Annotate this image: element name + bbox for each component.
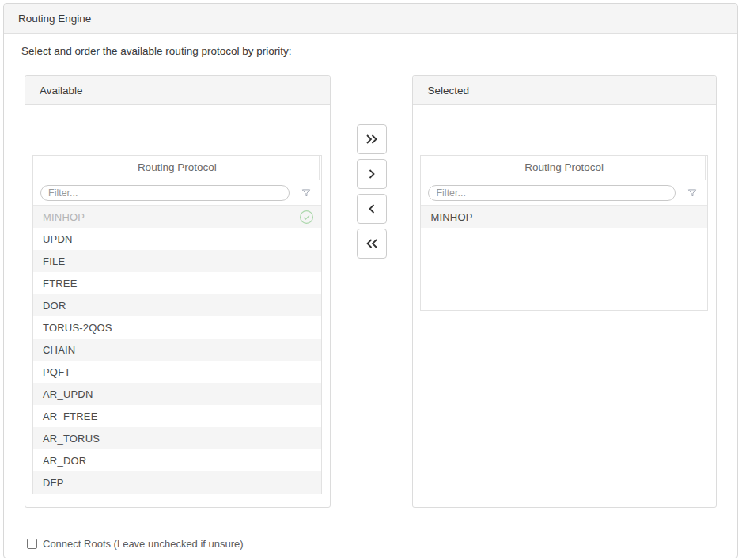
instructions-text: Select and order the available routing p… (21, 45, 737, 58)
selected-column-header-label: Routing Protocol (524, 161, 604, 173)
selected-list: MINHOP (421, 206, 707, 228)
list-item-label: MINHOP (430, 211, 700, 223)
selected-column-header[interactable]: Routing Protocol (421, 156, 707, 180)
list-item-label: PQFT (43, 366, 314, 378)
list-item[interactable]: DFP (33, 471, 321, 494)
move-all-right-button[interactable] (357, 124, 387, 154)
list-item-label: AR_UPDN (43, 388, 314, 400)
check-circle-icon (299, 210, 314, 225)
chevron-left-icon (365, 202, 378, 215)
selected-filter-row (421, 180, 707, 206)
card-title: Routing Engine (18, 13, 91, 25)
card-header: Routing Engine (4, 4, 737, 34)
list-item[interactable]: FILE (33, 250, 321, 272)
move-right-button[interactable] (357, 159, 387, 189)
list-item-label: CHAIN (43, 344, 314, 356)
selected-panel-header: Selected (413, 76, 716, 105)
list-item[interactable]: CHAIN (33, 339, 321, 361)
list-item-label: AR_DOR (43, 455, 314, 467)
list-item-label: MINHOP (43, 211, 299, 223)
list-item[interactable]: MINHOP (33, 206, 321, 228)
funnel-icon[interactable] (687, 187, 698, 199)
selected-table: Routing Protocol MINHOP (420, 155, 708, 311)
chevron-right-icon (365, 168, 378, 180)
connect-roots-checkbox[interactable] (27, 539, 37, 549)
available-panel-header: Available (25, 76, 330, 105)
list-item[interactable]: FTREE (33, 272, 321, 294)
list-item[interactable]: AR_FTREE (33, 405, 321, 427)
list-item[interactable]: UPDN (33, 228, 321, 250)
list-item-label: UPDN (43, 233, 314, 245)
selected-panel-title: Selected (427, 85, 469, 96)
list-item-label: AR_TORUS (43, 433, 314, 445)
list-item[interactable]: DOR (33, 294, 321, 316)
double-chevron-left-icon (364, 237, 380, 250)
move-left-button[interactable] (357, 194, 387, 224)
move-all-left-button[interactable] (357, 229, 387, 259)
list-item[interactable]: AR_UPDN (33, 383, 321, 405)
available-panel: Available Routing Protocol MINHOPUPDNFIL… (25, 75, 331, 508)
available-filter-input[interactable] (40, 185, 290, 201)
connect-roots-label: Connect Roots (Leave unchecked if unsure… (43, 538, 244, 550)
list-item[interactable]: PQFT (33, 361, 321, 383)
available-panel-title: Available (40, 85, 83, 96)
list-item[interactable]: AR_TORUS (33, 427, 321, 449)
dual-list-transfer: Available Routing Protocol MINHOPUPDNFIL… (25, 75, 717, 508)
selected-panel: Selected Routing Protocol MINHOP (412, 75, 717, 508)
list-item-label: AR_FTREE (43, 411, 314, 422)
list-item-label: DFP (43, 477, 314, 489)
available-column-header[interactable]: Routing Protocol (33, 156, 321, 180)
available-filter-row (33, 180, 321, 206)
available-list: MINHOPUPDNFILEFTREEDORTORUS-2QOSCHAINPQF… (33, 206, 321, 494)
list-item[interactable]: TORUS-2QOS (33, 316, 321, 339)
list-item[interactable]: AR_DOR (33, 449, 321, 471)
funnel-icon[interactable] (301, 187, 312, 199)
list-item-label: FILE (43, 255, 314, 267)
selected-filter-input[interactable] (428, 185, 676, 201)
list-item[interactable]: MINHOP (421, 206, 707, 228)
routing-engine-card: Routing Engine Select and order the avai… (3, 3, 738, 558)
double-chevron-right-icon (364, 133, 380, 146)
list-item-label: FTREE (43, 278, 314, 289)
connect-roots-row: Connect Roots (Leave unchecked if unsure… (27, 538, 737, 550)
transfer-buttons (331, 75, 413, 508)
available-table: Routing Protocol MINHOPUPDNFILEFTREEDORT… (32, 155, 322, 494)
available-column-header-label: Routing Protocol (138, 161, 217, 173)
list-item-label: TORUS-2QOS (43, 322, 314, 334)
list-item-label: DOR (43, 300, 314, 312)
